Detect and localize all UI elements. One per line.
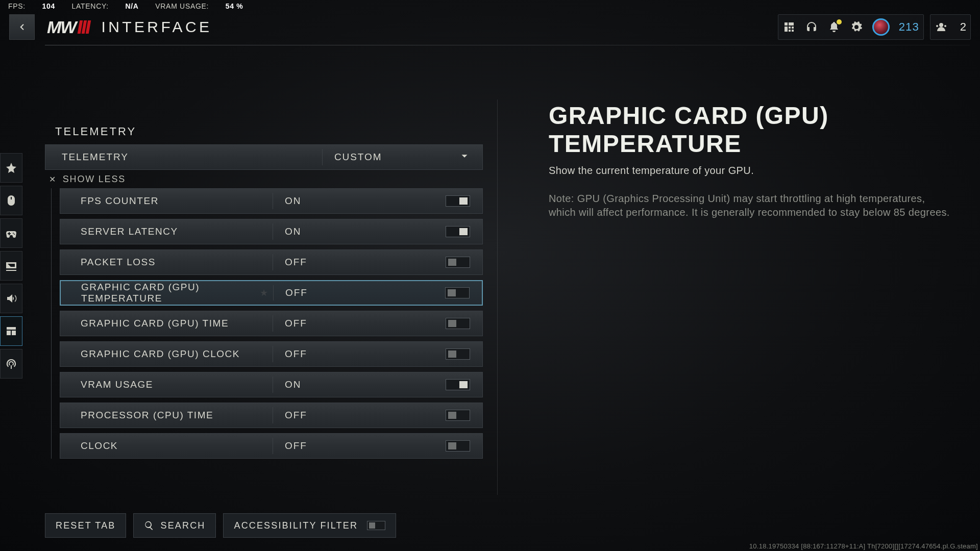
option-value: OFF	[273, 318, 307, 329]
close-icon: ✕	[49, 174, 57, 184]
option-row[interactable]: SERVER LATENCYON	[60, 219, 483, 244]
star-icon	[5, 162, 17, 174]
controller-icon	[5, 227, 17, 239]
option-toggle[interactable]	[446, 410, 470, 421]
search-button[interactable]: SEARCH	[133, 513, 216, 538]
show-less-label: SHOW LESS	[63, 174, 126, 185]
detail-subtitle: Show the current temperature of your GPU…	[549, 165, 954, 177]
option-toggle[interactable]	[446, 195, 470, 207]
telemetry-dropdown[interactable]: TELEMETRY CUSTOM	[45, 144, 483, 170]
footer-bar: RESET TAB SEARCH ACCESSIBILITY FILTER	[45, 513, 396, 538]
gear-icon[interactable]	[850, 20, 863, 34]
party-count: 2	[960, 20, 966, 34]
mouse-icon	[5, 194, 17, 207]
rail-network[interactable]	[0, 349, 22, 379]
option-value: ON	[273, 379, 301, 390]
option-label: VRAM USAGE	[60, 379, 273, 390]
option-value: ON	[273, 195, 301, 207]
option-label: GRAPHIC CARD (GPU) TEMPERATURE	[61, 282, 273, 304]
detail-title: GRAPHIC CARD (GPU) TEMPERATURE	[549, 102, 954, 158]
perf-overlay: FPS: 104 LATENCY: N/A VRAM USAGE: 54 %	[8, 2, 258, 10]
back-button[interactable]	[9, 14, 35, 40]
option-row[interactable]: GRAPHIC CARD (GPU) TEMPERATURE★OFF	[60, 280, 483, 306]
option-toggle[interactable]	[445, 287, 470, 298]
telemetry-options: FPS COUNTERONSERVER LATENCYONPACKET LOSS…	[51, 188, 483, 459]
option-row[interactable]: GRAPHIC CARD (GPU) TIMEOFF	[60, 311, 483, 336]
option-value: OFF	[273, 287, 308, 298]
interface-icon	[5, 325, 17, 337]
rail-quick[interactable]	[0, 153, 22, 183]
section-label: TELEMETRY	[55, 125, 483, 138]
option-value: ON	[273, 226, 301, 237]
option-row[interactable]: PROCESSOR (CPU) TIMEOFF	[60, 403, 483, 428]
rail-controller[interactable]	[0, 218, 22, 248]
option-label: CLOCK	[60, 440, 273, 452]
speaker-icon	[5, 292, 17, 305]
option-label: GRAPHIC CARD (GPU) CLOCK	[60, 348, 273, 360]
option-toggle[interactable]	[446, 226, 470, 237]
page-title: INTERFACE	[101, 18, 212, 36]
option-value: OFF	[273, 257, 307, 268]
reset-tab-button[interactable]: RESET TAB	[45, 513, 126, 538]
rail-audio[interactable]	[0, 284, 22, 313]
settings-tab-rail	[0, 153, 23, 379]
option-toggle[interactable]	[446, 348, 470, 360]
rail-graphics[interactable]	[0, 251, 22, 281]
detail-note: Note: GPU (Graphics Processing Unit) may…	[549, 192, 952, 219]
header-bar: MW INTERFACE 213 2	[9, 11, 971, 43]
rail-interface[interactable]	[0, 316, 22, 346]
accessibility-filter-button[interactable]: ACCESSIBILITY FILTER	[223, 513, 396, 538]
dropdown-value: CUSTOM	[322, 152, 482, 163]
favorite-star-icon: ★	[260, 287, 268, 298]
option-label: GRAPHIC CARD (GPU) TIME	[60, 318, 273, 329]
avatar[interactable]	[872, 18, 890, 36]
grid-icon[interactable]	[782, 20, 796, 34]
dropdown-label: TELEMETRY	[45, 152, 322, 163]
option-label: FPS COUNTER	[60, 195, 273, 207]
party-group[interactable]: 2	[930, 14, 971, 40]
show-less-button[interactable]: ✕ SHOW LESS	[45, 170, 483, 188]
option-toggle[interactable]	[446, 440, 470, 452]
chevron-down-icon	[459, 151, 470, 164]
option-value: OFF	[273, 440, 307, 452]
antenna-icon	[5, 358, 17, 370]
detail-column: GRAPHIC CARD (GPU) TEMPERATURE Show the …	[497, 99, 954, 495]
bell-icon[interactable]	[827, 20, 841, 34]
accessibility-toggle[interactable]	[367, 521, 385, 530]
option-row[interactable]: GRAPHIC CARD (GPU) CLOCKOFF	[60, 341, 483, 367]
option-row[interactable]: CLOCKOFF	[60, 433, 483, 459]
display-icon	[5, 260, 17, 272]
build-string: 10.18.19750334 [88:167:11278+11:A] Th[72…	[749, 542, 978, 550]
chevron-left-icon	[17, 20, 27, 34]
option-value: OFF	[273, 410, 307, 421]
game-logo: MW	[47, 17, 90, 37]
header-utility-group: 213	[778, 14, 924, 40]
option-toggle[interactable]	[446, 318, 470, 329]
settings-list-column: TELEMETRY TELEMETRY CUSTOM ✕ SHOW LESS F…	[45, 99, 483, 495]
rail-mouse[interactable]	[0, 186, 22, 215]
option-row[interactable]: FPS COUNTERON	[60, 188, 483, 214]
option-toggle[interactable]	[446, 379, 470, 390]
option-toggle[interactable]	[446, 257, 470, 268]
option-label: PACKET LOSS	[60, 257, 273, 268]
option-row[interactable]: VRAM USAGEON	[60, 372, 483, 397]
option-label: PROCESSOR (CPU) TIME	[60, 410, 273, 421]
notification-dot	[837, 19, 842, 24]
player-level: 213	[899, 20, 919, 34]
option-row[interactable]: PACKET LOSSOFF	[60, 249, 483, 275]
header-divider	[45, 45, 970, 45]
headset-icon[interactable]	[805, 20, 818, 34]
option-label: SERVER LATENCY	[60, 226, 273, 237]
party-icon	[935, 20, 948, 34]
option-value: OFF	[273, 348, 307, 360]
search-icon	[144, 520, 154, 531]
